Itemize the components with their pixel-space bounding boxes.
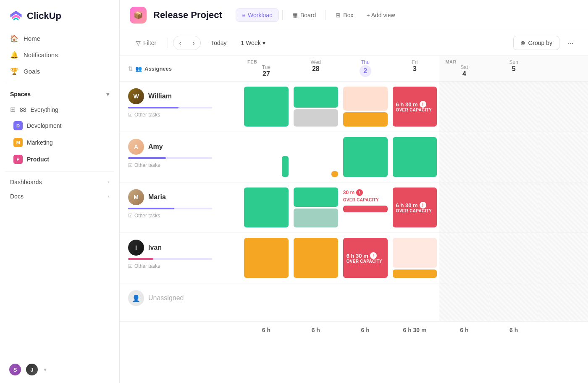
prev-button[interactable]: ‹ <box>173 36 187 50</box>
amy-cell-thu <box>341 132 390 182</box>
spaces-chevron-icon[interactable]: ▾ <box>106 91 109 98</box>
user-avatar-2[interactable]: J <box>25 363 39 376</box>
ivan-other-tasks[interactable]: ☑ Other tasks <box>128 263 233 269</box>
other-tasks-label-m: Other tasks <box>134 213 160 219</box>
amy-cell-extra <box>538 132 588 182</box>
sidebar-divider-2 <box>5 171 114 172</box>
ivan-progress-fill <box>128 258 153 260</box>
sidebar-item-notifications-label: Notifications <box>24 51 58 58</box>
filter-icon: ▽ <box>136 40 141 46</box>
user-avatar-s[interactable]: S <box>8 363 22 376</box>
william-over-capacity-header: 6 h 30 m ! <box>396 101 434 108</box>
person-cell-maria: M Maria ☑ Other tasks <box>120 182 242 233</box>
sort-icon: ⇅ <box>128 66 133 72</box>
amy-info: A Amy <box>128 139 233 155</box>
user-menu-chevron[interactable]: ▾ <box>44 366 47 373</box>
william-block-thu-orange[interactable] <box>343 112 388 127</box>
william-block-wed-2[interactable] <box>294 109 338 127</box>
other-tasks-label-i: Other tasks <box>134 263 160 269</box>
sidebar-item-goals[interactable]: 🏆 Goals <box>5 63 114 79</box>
sidebar-item-docs[interactable]: Docs › <box>0 189 119 203</box>
sidebar-item-home-label: Home <box>24 35 40 42</box>
amy-block-tue[interactable] <box>282 156 289 177</box>
maria-block-tue[interactable] <box>244 188 289 227</box>
william-info: W William <box>128 88 233 104</box>
ivan-block-tue[interactable] <box>244 238 289 278</box>
tab-board[interactable]: ▦ Board <box>286 8 322 22</box>
tab-workload[interactable]: ≡ Workload <box>236 8 279 22</box>
day-name-sat: Sat <box>444 64 484 70</box>
person-cell-ivan: I Ivan ☑ Other tasks <box>120 233 242 283</box>
product-badge: P <box>13 155 23 164</box>
header-date-extra <box>538 56 588 82</box>
sidebar-divider-1 <box>5 83 114 83</box>
ivan-cell-wed <box>291 233 341 283</box>
other-tasks-icon-i: ☑ <box>128 263 133 269</box>
unassigned-cell-sat <box>439 283 489 321</box>
amy-cell-sat <box>439 132 489 182</box>
header-date-sun: Sun 5 <box>489 56 538 82</box>
board-tab-icon: ▦ <box>292 12 298 18</box>
william-cell-sun <box>489 82 538 132</box>
william-block-wed-1[interactable] <box>294 87 338 108</box>
ivan-avatar: I <box>128 240 144 256</box>
sidebar-item-notifications[interactable]: 🔔 Notifications <box>5 47 114 63</box>
toolbar-divider <box>168 38 168 48</box>
sidebar-item-home[interactable]: 🏠 Home <box>5 30 114 47</box>
filter-button[interactable]: ▽ Filter <box>130 36 163 50</box>
william-block-tue-1[interactable] <box>244 87 289 127</box>
ivan-block-fri[interactable] <box>393 238 437 268</box>
marketing-badge: M <box>13 138 23 147</box>
sidebar-item-everything[interactable]: ⊞ 88 Everything <box>0 102 119 117</box>
maria-block-wed-2[interactable] <box>294 209 338 228</box>
add-view-label: + Add view <box>366 12 395 18</box>
topbar: 📦 Release Project ≡ Workload ▦ Board ⊞ B… <box>120 0 588 30</box>
tab-box[interactable]: ⊞ Box <box>329 8 360 22</box>
sidebar-item-development[interactable]: D Development <box>3 117 116 134</box>
maria-block-thu-red[interactable] <box>343 206 388 212</box>
amy-cell-wed <box>291 132 341 182</box>
week-selector[interactable]: 1 Week ▾ <box>236 37 269 49</box>
sidebar-item-marketing[interactable]: M Marketing <box>3 134 116 151</box>
sidebar-item-product[interactable]: P Product <box>3 151 116 168</box>
maria-progress-track <box>128 208 212 209</box>
add-view-button[interactable]: + Add view <box>361 9 400 21</box>
maria-thu-label: 30 m ! <box>343 189 363 196</box>
amy-block-thu[interactable] <box>343 137 388 177</box>
ivan-block-thu-red[interactable]: 6 h 30 m ! OVER CAPACITY <box>343 238 388 278</box>
william-block-fri-red[interactable]: 6 h 30 m ! OVER CAPACITY <box>393 87 437 127</box>
header-date-thu-today: Thu 2 <box>341 56 390 82</box>
ivan-progress-track <box>128 258 212 260</box>
maria-other-tasks[interactable]: ☑ Other tasks <box>128 213 233 219</box>
amy-block-fri[interactable] <box>393 137 437 177</box>
group-by-button[interactable]: ⊜ Group by <box>513 36 559 50</box>
ivan-thu-header: 6 h 30 m ! <box>346 252 384 259</box>
maria-block-fri-red[interactable]: 6 h 30 m ! OVER CAPACITY <box>393 188 437 227</box>
maria-fri-header: 6 h 30 m ! <box>396 202 434 209</box>
william-block-thu-peach[interactable] <box>343 87 388 111</box>
maria-cell-fri: 6 h 30 m ! OVER CAPACITY <box>390 182 440 233</box>
sidebar-item-goals-label: Goals <box>24 68 40 75</box>
day-num-4: 4 <box>444 70 484 78</box>
logo[interactable]: ClickUp <box>0 0 119 30</box>
amy-block-wed-orange[interactable] <box>331 171 338 177</box>
william-avatar: W <box>128 88 144 104</box>
william-progress-fill <box>128 107 178 108</box>
maria-cell-sat <box>439 182 489 233</box>
maria-block-wed-1[interactable] <box>294 188 338 207</box>
ivan-block-fri-orange[interactable] <box>393 269 437 278</box>
other-tasks-icon-m: ☑ <box>128 213 133 219</box>
today-button[interactable]: Today <box>206 37 231 49</box>
unassigned-cell-sun <box>489 283 538 321</box>
ivan-block-wed[interactable] <box>294 238 338 278</box>
more-options-button[interactable]: ··· <box>563 35 578 50</box>
william-other-tasks[interactable]: ☑ Other tasks <box>128 112 233 118</box>
workload-container: ⇅ 👥 Assignees Feb Tue 27 Wed 28 Thu <box>120 56 588 383</box>
ivan-name: Ivan <box>148 244 162 251</box>
day-num-28: 28 <box>296 65 336 73</box>
maria-cell-sun <box>489 182 538 233</box>
toolbar: ▽ Filter ‹ › Today 1 Week ▾ ⊜ Group by ·… <box>120 30 588 56</box>
amy-other-tasks[interactable]: ☑ Other tasks <box>128 162 233 168</box>
sidebar-item-dashboards[interactable]: Dashboards › <box>0 175 119 189</box>
next-button[interactable]: › <box>187 36 200 50</box>
